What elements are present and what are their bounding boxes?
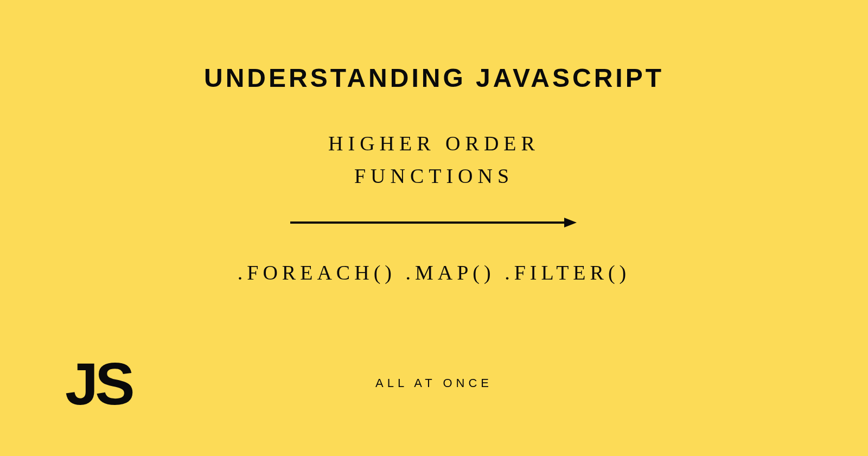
js-logo: JS bbox=[65, 354, 132, 414]
svg-marker-1 bbox=[564, 218, 577, 227]
methods-list: .FOREACH() .MAP() .FILTER() bbox=[0, 261, 868, 284]
subtitle-line-1: HIGHER ORDER bbox=[0, 131, 868, 155]
arrow-divider-icon bbox=[290, 214, 578, 231]
subtitle-line-2: FUNCTIONS bbox=[0, 164, 868, 188]
main-title: UNDERSTANDING JAVASCRIPT bbox=[0, 63, 868, 93]
